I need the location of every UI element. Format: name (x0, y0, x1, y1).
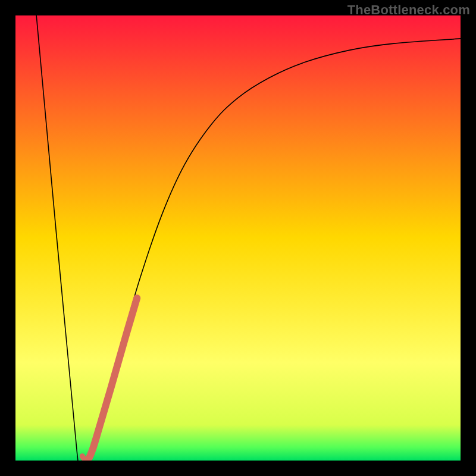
chart-plot (15, 15, 461, 461)
gradient-rect (15, 15, 461, 461)
watermark-text: TheBottleneck.com (347, 2, 470, 18)
chart-frame: TheBottleneck.com (0, 0, 476, 476)
